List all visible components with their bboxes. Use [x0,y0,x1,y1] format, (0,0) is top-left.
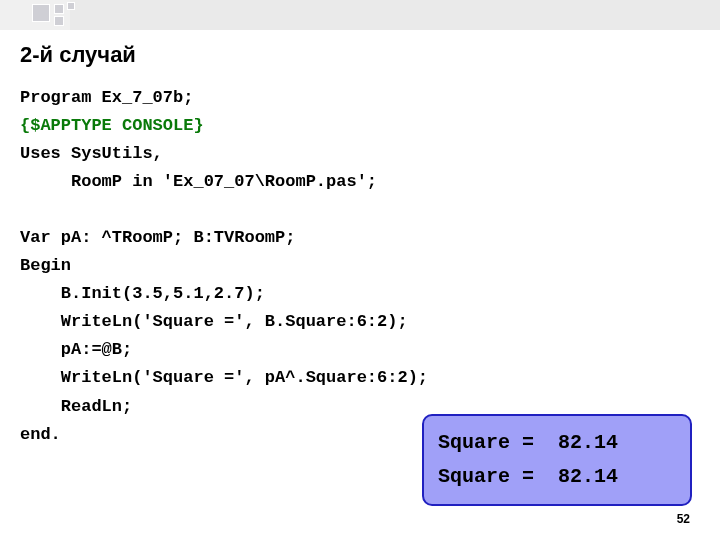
code-line: pA:=@B; [20,340,132,359]
code-line: RoomP in 'Ex_07_07\RoomP.pas'; [20,172,377,191]
output-box: Square = 82.14 Square = 82.14 [422,414,692,506]
code-line: Uses SysUtils, [20,144,163,163]
code-block: Program Ex_7_07b; {$APPTYPE CONSOLE} Use… [20,84,700,449]
output-line: Square = 82.14 [438,465,618,488]
slide-content: 2-й случай Program Ex_7_07b; {$APPTYPE C… [20,42,700,449]
decorative-square-icon [32,4,50,22]
decorative-square-icon [54,4,64,14]
output-line: Square = 82.14 [438,431,618,454]
code-line: B.Init(3.5,5.1,2.7); [20,284,265,303]
code-line: Var pA: ^TRoomP; B:TVRoomP; [20,228,295,247]
code-line: WriteLn('Square =', B.Square:6:2); [20,312,408,331]
code-line: end. [20,425,61,444]
code-directive: {$APPTYPE CONSOLE} [20,116,204,135]
code-line: Program Ex_7_07b; [20,88,193,107]
decorative-square-icon [54,16,64,26]
code-line: ReadLn; [20,397,132,416]
code-line: Begin [20,256,71,275]
code-line: WriteLn('Square =', pA^.Square:6:2); [20,368,428,387]
decorative-top-strip [0,0,720,30]
decorative-square-icon [67,2,75,10]
page-number: 52 [677,512,690,526]
slide-title: 2-й случай [20,42,700,68]
